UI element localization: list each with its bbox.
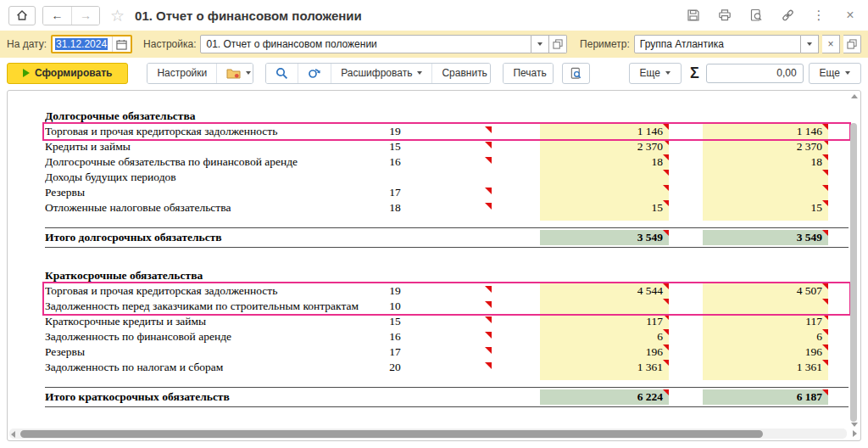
value-cell-period1[interactable]: 4 544 (540, 283, 669, 299)
note-number-cell[interactable]: 19 (370, 284, 420, 298)
compare-button[interactable]: Сравнить (431, 64, 491, 83)
value-cell-period2[interactable]: 117 (703, 314, 828, 329)
note-number-cell[interactable]: 15 (370, 140, 420, 154)
total-value-cell-period2[interactable]: 3 549 (703, 230, 828, 245)
column-tail-row (8, 375, 860, 380)
value-cell-period1[interactable]: 15 (540, 200, 669, 216)
home-button[interactable] (8, 6, 36, 25)
search-button[interactable] (266, 64, 298, 83)
horizontal-scrollbar[interactable] (9, 428, 847, 439)
settings-button[interactable]: Настройки (147, 64, 216, 83)
row-label-cell[interactable]: Задолженность по налогам и сборам (45, 361, 370, 374)
row-label-cell[interactable]: Задолженность перед заказчиками по строи… (45, 300, 370, 313)
row-label-cell[interactable]: Доходы будущих периодов (45, 171, 370, 184)
decrypt-button[interactable]: Расшифровать (331, 64, 431, 83)
row-label-cell[interactable]: Задолженность по финансовой аренде (45, 330, 370, 344)
calendar-button[interactable] (112, 36, 131, 52)
note-number-cell[interactable]: 20 (370, 361, 420, 374)
setting-open-button[interactable] (549, 35, 567, 53)
preview-button[interactable] (747, 6, 765, 25)
get-link-button[interactable] (778, 6, 797, 25)
value-cell-period2[interactable]: 196 (703, 344, 828, 360)
scroll-down-icon[interactable] (851, 423, 858, 427)
print-preview-button[interactable] (562, 63, 590, 84)
more-button-2[interactable]: Еще (809, 63, 861, 84)
value-cell-period2[interactable] (703, 185, 828, 200)
value-cell-period1[interactable]: 1 361 (540, 360, 669, 375)
value-cell-period1[interactable] (540, 185, 669, 200)
value-cell-period2[interactable]: 18 (703, 154, 828, 170)
value-cell-period1[interactable]: 196 (540, 344, 669, 360)
save-button[interactable] (684, 6, 703, 25)
page-title: 01. Отчет о финансовом положении (135, 8, 362, 23)
value-cell-period1[interactable]: 2 370 (540, 139, 669, 154)
scroll-left-icon[interactable] (11, 431, 15, 438)
total-value-cell-period2[interactable]: 6 187 (703, 389, 828, 405)
flag-cell (420, 139, 504, 154)
note-number-cell[interactable]: 17 (370, 186, 420, 199)
perimeter-input[interactable]: Группа Атлантика (634, 35, 801, 53)
note-number-cell[interactable]: 15 (370, 315, 420, 328)
value-cell-period2[interactable]: 4 507 (703, 283, 828, 299)
scroll-right-icon[interactable] (853, 430, 857, 437)
value-cell-period1[interactable] (540, 299, 669, 314)
favorite-star-icon[interactable]: ☆ (110, 6, 125, 25)
row-label-cell[interactable]: Отложенные налоговые обязательства (45, 201, 370, 215)
setting-input[interactable]: 01. Отчет о финансовом положении (200, 35, 531, 53)
row-label-cell[interactable]: Долгосрочные обязательства по финансовой… (45, 155, 370, 169)
back-button[interactable]: ← (43, 7, 71, 25)
value-cell-period2[interactable] (703, 299, 828, 314)
value-cell-period2[interactable]: 1 146 (703, 124, 828, 139)
total-value-cell-period1[interactable]: 3 549 (540, 230, 669, 245)
print-button[interactable] (715, 6, 734, 25)
setting-dropdown-button[interactable] (531, 35, 549, 53)
flag-cell (420, 185, 504, 200)
close-button[interactable]: × (841, 6, 860, 25)
value-cell-period2[interactable]: 6 (703, 329, 828, 344)
row-label-cell[interactable]: Краткосрочные кредиты и займы (45, 315, 370, 328)
perimeter-dropdown-button[interactable] (801, 35, 819, 53)
report-variants-button[interactable] (216, 64, 253, 83)
row-label-cell[interactable]: Кредиты и займы (45, 140, 370, 154)
note-number-cell[interactable]: 16 (370, 330, 420, 344)
search-next-button[interactable] (298, 64, 331, 83)
value-cell-period2[interactable] (703, 170, 828, 185)
total-value-cell-period1[interactable]: 6 224 (540, 389, 669, 405)
note-number-cell[interactable]: 17 (370, 345, 420, 359)
autosum-field[interactable]: 0,00 (706, 64, 804, 83)
vertical-scrollbar[interactable] (849, 92, 859, 427)
value-cell-period2[interactable]: 15 (703, 200, 828, 216)
note-number-cell[interactable]: 18 (370, 201, 420, 215)
value-cell-period1[interactable]: 117 (540, 314, 669, 329)
vertical-scroll-thumb[interactable] (850, 123, 857, 422)
more-menu-button[interactable]: ⋮ (810, 6, 828, 25)
perimeter-open-button[interactable] (843, 35, 861, 53)
total-label-cell[interactable]: Итого долгосрочных обязательств (45, 231, 370, 244)
perimeter-clear-button[interactable]: × (822, 35, 840, 53)
print-table-button[interactable]: Печать (504, 64, 553, 83)
value-cell-period1[interactable]: 1 146 (540, 124, 669, 139)
note-number-cell[interactable]: 16 (370, 155, 420, 169)
horizontal-scroll-thumb[interactable] (20, 430, 763, 438)
note-number-cell[interactable]: 19 (370, 125, 420, 138)
value-cell-period1[interactable]: 18 (540, 154, 669, 170)
value-cell-period1[interactable]: 6 (540, 329, 669, 344)
value-cell-period1[interactable] (540, 170, 669, 185)
total-label-cell[interactable]: Итого краткосрочных обязательств (45, 390, 370, 404)
value-cell-period2[interactable]: 2 370 (703, 139, 828, 154)
row-label-cell[interactable]: Резервы (45, 345, 370, 359)
table-row: Торговая и прочая кредиторская задолженн… (8, 124, 860, 139)
generate-button[interactable]: Сформировать (7, 63, 128, 84)
forward-button[interactable]: → (71, 7, 99, 25)
row-label-cell[interactable]: Резервы (45, 186, 370, 199)
date-input[interactable]: 31.12.2024 (53, 36, 112, 52)
decrypt-label: Расшифровать (341, 67, 412, 79)
scroll-up-icon[interactable] (851, 94, 858, 98)
note-number-cell[interactable]: 10 (370, 300, 420, 313)
more-button-1[interactable]: Еще (629, 63, 682, 84)
row-label-cell[interactable]: Торговая и прочая кредиторская задолженн… (45, 284, 370, 298)
section-title[interactable]: Краткосрочные обязательства (45, 269, 370, 283)
section-title[interactable]: Долгосрочные обязательства (45, 109, 370, 123)
row-label-cell[interactable]: Торговая и прочая кредиторская задолженн… (45, 125, 370, 138)
value-cell-period2[interactable]: 1 361 (703, 360, 828, 375)
